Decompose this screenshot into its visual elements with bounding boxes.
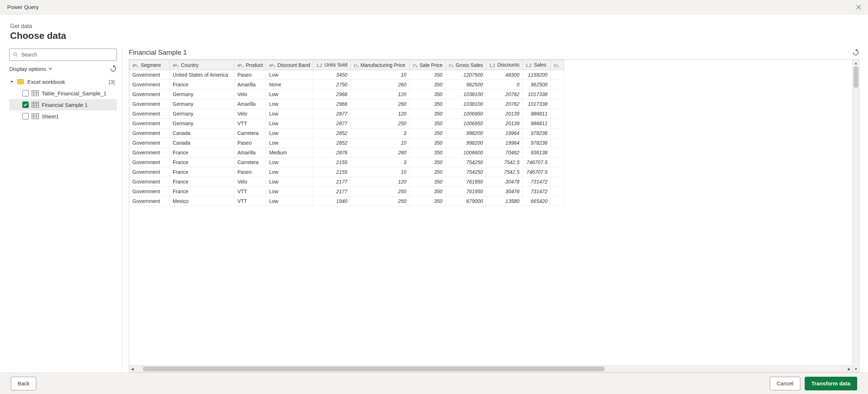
table-row[interactable]: GovernmentMexicoVTTLow194025035067900013…	[129, 196, 564, 206]
table-cell[interactable]: 1207500	[446, 70, 486, 80]
table-cell[interactable]: Low	[266, 119, 313, 128]
table-cell[interactable]: 2852	[313, 138, 351, 148]
table-cell[interactable]: 350	[409, 167, 445, 177]
table-cell[interactable]: 350	[409, 119, 445, 128]
table-cell[interactable]: 2877	[313, 109, 351, 119]
table-cell[interactable]: Velo	[235, 177, 266, 187]
table-cell[interactable]: 250	[350, 196, 409, 206]
table-cell[interactable]: Amarilla	[235, 80, 266, 90]
tree-item-checkbox[interactable]	[22, 90, 29, 96]
table-cell[interactable]: 20139	[486, 119, 522, 128]
table-cell[interactable]: 350	[409, 70, 445, 80]
table-cell[interactable]: 120	[350, 177, 409, 187]
table-cell[interactable]: 19964	[486, 138, 522, 148]
table-cell[interactable]	[551, 128, 564, 138]
table-cell[interactable]: 350	[409, 109, 445, 119]
table-row[interactable]: GovernmentFranceCarreteraLow215533507542…	[129, 158, 564, 167]
table-cell[interactable]: 350	[409, 99, 445, 109]
table-row[interactable]: GovernmentCanadaCarreteraLow285233509982…	[129, 128, 564, 138]
table-cell[interactable]: Government	[129, 177, 170, 187]
table-cell[interactable]: Government	[129, 196, 170, 206]
table-row[interactable]: GovernmentFranceVTTLow217725035076195030…	[129, 187, 564, 196]
table-cell[interactable]: 1038100	[446, 90, 486, 99]
table-cell[interactable]: 936138	[523, 148, 551, 158]
table-cell[interactable]: France	[170, 167, 235, 177]
table-cell[interactable]: 7542.5	[486, 158, 522, 167]
table-cell[interactable]: 1017338	[523, 90, 551, 99]
scroll-right-button[interactable]: ▶	[846, 366, 853, 372]
table-cell[interactable]: Low	[266, 99, 313, 109]
table-cell[interactable]: 70462	[486, 148, 522, 158]
table-cell[interactable]: 2966	[313, 90, 351, 99]
table-cell[interactable]: VTT	[235, 187, 266, 196]
table-cell[interactable]: 7542.5	[486, 167, 522, 177]
table-cell[interactable]: Government	[129, 138, 170, 148]
vscroll-thumb[interactable]	[854, 66, 858, 88]
table-cell[interactable]: 1940	[313, 196, 351, 206]
table-cell[interactable]: 746707.5	[523, 158, 551, 167]
refresh-preview-icon[interactable]	[852, 49, 859, 56]
table-cell[interactable]: 20762	[486, 99, 522, 109]
table-cell[interactable]: 998200	[446, 128, 486, 138]
table-cell[interactable]: 3450	[313, 70, 351, 80]
table-cell[interactable]: Government	[129, 109, 170, 119]
table-row[interactable]: GovernmentGermanyVeloLow2966120350103810…	[129, 90, 564, 99]
table-cell[interactable]: 20762	[486, 90, 522, 99]
table-cell[interactable]: Germany	[170, 119, 235, 128]
tree-item-checkbox[interactable]	[22, 101, 29, 108]
scroll-up-button[interactable]: ▲	[853, 60, 859, 66]
table-row[interactable]: GovernmentCanadaPaseoLow2852103509982001…	[129, 138, 564, 148]
table-cell[interactable]: Velo	[235, 109, 266, 119]
table-cell[interactable]: 978236	[523, 138, 551, 148]
table-cell[interactable]: United States of America	[170, 70, 235, 80]
table-cell[interactable]: 350	[409, 177, 445, 187]
table-cell[interactable]: Government	[129, 167, 170, 177]
hscroll-thumb[interactable]	[143, 367, 605, 371]
tree-item[interactable]: Sheet1	[9, 110, 117, 122]
table-cell[interactable]	[551, 187, 564, 196]
table-cell[interactable]: 30478	[486, 187, 522, 196]
column-header[interactable]: ABCSegment	[129, 60, 170, 70]
table-cell[interactable]: VTT	[235, 196, 266, 206]
table-cell[interactable]: Germany	[170, 99, 235, 109]
close-button[interactable]	[854, 2, 864, 12]
scroll-left-button[interactable]: ◀	[129, 366, 136, 372]
table-cell[interactable]	[551, 167, 564, 177]
column-header[interactable]: 123	[551, 60, 564, 70]
table-cell[interactable]: 2155	[313, 158, 351, 167]
table-cell[interactable]: 350	[409, 80, 445, 90]
table-cell[interactable]: 679000	[446, 196, 486, 206]
table-row[interactable]: GovernmentGermanyVTTLow28772503501006950…	[129, 119, 564, 128]
table-cell[interactable]: 2876	[313, 148, 351, 158]
table-cell[interactable]: 3	[350, 128, 409, 138]
table-cell[interactable]: 48300	[486, 70, 522, 80]
table-cell[interactable]: Low	[266, 158, 313, 167]
table-cell[interactable]: Paseo	[235, 138, 266, 148]
table-cell[interactable]: Government	[129, 119, 170, 128]
table-cell[interactable]: VTT	[235, 119, 266, 128]
column-header[interactable]: ABCDiscount Band	[266, 60, 313, 70]
tree-item-checkbox[interactable]	[22, 113, 29, 119]
table-cell[interactable]: 1017338	[523, 99, 551, 109]
table-cell[interactable]: 19964	[486, 128, 522, 138]
table-cell[interactable]	[551, 90, 564, 99]
table-cell[interactable]: Mexico	[170, 196, 235, 206]
table-cell[interactable]: Low	[266, 138, 313, 148]
table-cell[interactable]: Low	[266, 90, 313, 99]
table-cell[interactable]	[551, 138, 564, 148]
table-cell[interactable]: None	[266, 80, 313, 90]
table-cell[interactable]: France	[170, 187, 235, 196]
table-cell[interactable]: France	[170, 177, 235, 187]
table-cell[interactable]: Low	[266, 70, 313, 80]
table-cell[interactable]: Amarilla	[235, 148, 266, 158]
table-cell[interactable]: Velo	[235, 90, 266, 99]
table-cell[interactable]: 13580	[486, 196, 522, 206]
table-cell[interactable]: 260	[350, 148, 409, 158]
table-cell[interactable]	[551, 196, 564, 206]
column-header[interactable]: 123Manufacturing Price	[350, 60, 409, 70]
tree-item[interactable]: Table_Financial_Sample_1	[9, 87, 117, 99]
table-cell[interactable]: 2966	[313, 99, 351, 109]
table-cell[interactable]: Low	[266, 128, 313, 138]
table-cell[interactable]: 761950	[446, 187, 486, 196]
table-cell[interactable]: France	[170, 158, 235, 167]
